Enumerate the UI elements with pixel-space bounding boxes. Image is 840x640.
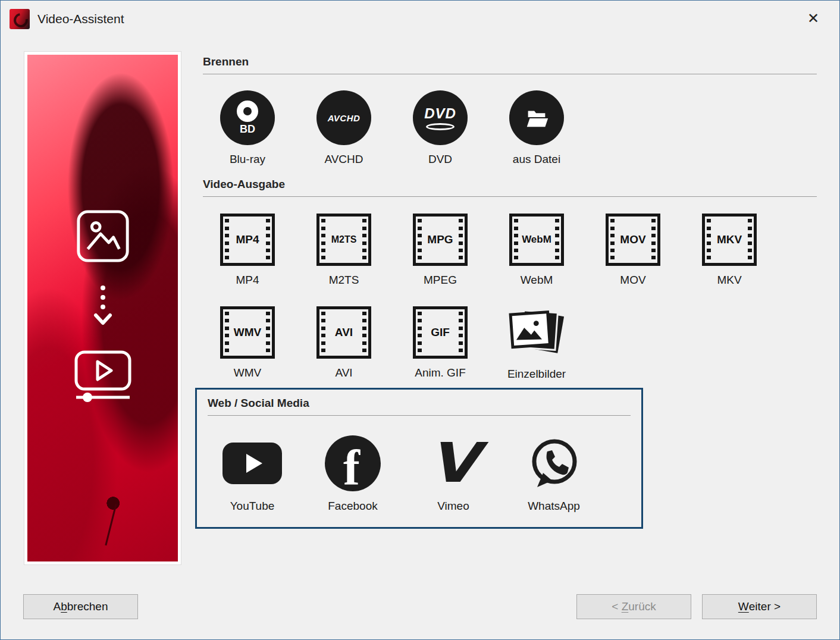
output-option-anim-gif[interactable]: GIF Anim. GIF: [396, 306, 485, 381]
burn-option-label: DVD: [428, 153, 452, 166]
filmstrip-icon: MP4: [220, 214, 275, 266]
avchd-disc-icon: AVCHD: [316, 90, 371, 145]
section-title-brennen: Brennen: [203, 55, 817, 74]
output-option-label: M2TS: [329, 274, 359, 287]
filmstrip-icon: WMV: [220, 306, 275, 359]
open-folder-icon: [523, 104, 550, 131]
burn-option-avchd[interactable]: AVCHD AVCHD: [299, 90, 388, 166]
button-text: <: [612, 600, 621, 613]
avchd-badge: AVCHD: [328, 113, 361, 123]
share-option-label: YouTube: [230, 500, 275, 513]
format-badge: WebM: [522, 234, 551, 246]
share-option-label: WhatsApp: [528, 500, 580, 513]
burn-option-bluray[interactable]: BD Blu-ray: [203, 90, 292, 166]
bluray-disc-icon: BD: [220, 90, 275, 145]
whatsapp-icon: [525, 435, 582, 492]
back-button[interactable]: < Zurück: [576, 594, 691, 619]
youtube-icon: [222, 443, 282, 484]
button-text: Z: [622, 600, 629, 613]
burn-options-row: BD Blu-ray AVCHD AVCHD DVD DVD a: [203, 90, 588, 166]
burn-option-label: AVCHD: [324, 153, 363, 166]
format-badge: MOV: [620, 233, 645, 246]
button-text: brechen: [67, 600, 108, 613]
filmstrip-icon: MKV: [702, 214, 757, 266]
button-text: urück: [628, 600, 656, 613]
play-triangle-icon: [246, 454, 262, 473]
app-logo-icon: [10, 9, 30, 29]
output-option-label: WMV: [234, 366, 261, 379]
video-player-icon: [72, 349, 134, 403]
facebook-icon: f: [325, 435, 381, 491]
output-option-label: Anim. GIF: [415, 366, 466, 379]
section-title-video-ausgabe: Video-Ausgabe: [203, 178, 817, 197]
vimeo-icon: V: [429, 439, 478, 488]
disc-ellipse-icon: [426, 123, 455, 130]
output-option-wmv[interactable]: WMV WMV: [203, 306, 292, 381]
folder-file-icon: [509, 90, 564, 145]
output-option-webm[interactable]: WebM WebM: [492, 214, 581, 287]
cancel-button[interactable]: Abbrechen: [23, 594, 138, 619]
dvd-badge: DVD: [424, 105, 456, 122]
filmstrip-icon: MOV: [606, 214, 660, 266]
filmstrip-icon: WebM: [509, 214, 564, 266]
social-options-row: YouTube f Facebook V Vimeo: [208, 435, 631, 513]
bluray-badge: BD: [240, 123, 255, 136]
output-option-label: MKV: [717, 274, 741, 287]
next-button[interactable]: Weiter >: [702, 594, 817, 619]
burn-option-dvd[interactable]: DVD DVD: [396, 90, 485, 166]
button-text: A: [54, 600, 61, 613]
format-badge: GIF: [431, 326, 450, 339]
disc-ring-icon: [237, 101, 258, 122]
titlebar: Video-Assistent ✕: [1, 1, 839, 37]
filmstrip-icon: MPG: [413, 214, 468, 266]
share-option-facebook[interactable]: f Facebook: [308, 435, 397, 513]
format-badge: MKV: [717, 233, 742, 246]
share-option-youtube[interactable]: YouTube: [208, 435, 297, 513]
output-option-label: Einzelbilder: [507, 368, 566, 381]
output-option-label: MOV: [620, 274, 645, 287]
output-option-mpeg[interactable]: MPG MPEG: [396, 214, 485, 287]
output-option-avi[interactable]: AVI AVI: [299, 306, 388, 381]
format-badge: AVI: [335, 326, 353, 339]
output-option-mp4[interactable]: MP4 MP4: [203, 214, 292, 287]
filmstrip-icon: M2TS: [316, 214, 371, 266]
window-title: Video-Assistent: [37, 12, 124, 26]
button-text: b: [61, 600, 67, 613]
close-icon[interactable]: ✕: [803, 9, 824, 28]
format-badge: WMV: [234, 326, 261, 339]
burn-option-aus-datei[interactable]: aus Datei: [492, 90, 581, 166]
output-option-mov[interactable]: MOV MOV: [588, 214, 678, 287]
filmstrip-icon: GIF: [413, 306, 468, 359]
format-badge: M2TS: [331, 234, 357, 245]
format-badge: MPG: [427, 233, 453, 246]
share-option-label: Facebook: [328, 500, 377, 513]
output-option-label: WebM: [521, 274, 553, 287]
dvd-disc-icon: DVD: [413, 90, 468, 145]
arrow-down-dotted-icon: [91, 284, 115, 326]
filmstrip-icon: AVI: [316, 306, 371, 359]
share-option-whatsapp[interactable]: WhatsApp: [509, 435, 598, 513]
preview-panel: [24, 52, 181, 564]
media-file-icon: [74, 207, 132, 265]
output-option-label: MP4: [236, 274, 259, 287]
output-option-label: AVI: [335, 366, 352, 379]
button-text: eiter >: [749, 600, 781, 613]
output-option-einzelbilder[interactable]: Einzelbilder: [492, 306, 581, 381]
button-text: W: [738, 600, 749, 613]
video-output-row-1: MP4 MP4 M2TS M2TS MPG MPEG WebM WebM MOV…: [203, 214, 781, 287]
facebook-f-glyph: f: [343, 443, 360, 491]
share-option-vimeo[interactable]: V Vimeo: [409, 435, 498, 513]
web-social-media-group: Web / Social Media YouTube f Facebook V …: [195, 388, 643, 529]
format-badge: MP4: [236, 233, 259, 246]
output-option-m2ts[interactable]: M2TS M2TS: [299, 214, 388, 287]
burn-option-label: aus Datei: [513, 153, 560, 166]
output-option-mkv[interactable]: MKV MKV: [685, 214, 774, 287]
share-option-label: Vimeo: [437, 500, 469, 513]
photo-stack-icon: [506, 306, 568, 360]
flower-image: [27, 55, 178, 561]
output-option-label: MPEG: [424, 274, 457, 287]
video-assistant-dialog: Video-Assistent ✕ Brennen: [0, 0, 840, 640]
video-output-row-2: WMV WMV AVI AVI GIF Anim. GIF Einzelbild…: [203, 306, 588, 381]
section-title-web-social-media: Web / Social Media: [208, 397, 631, 416]
burn-option-label: Blu-ray: [230, 153, 265, 166]
